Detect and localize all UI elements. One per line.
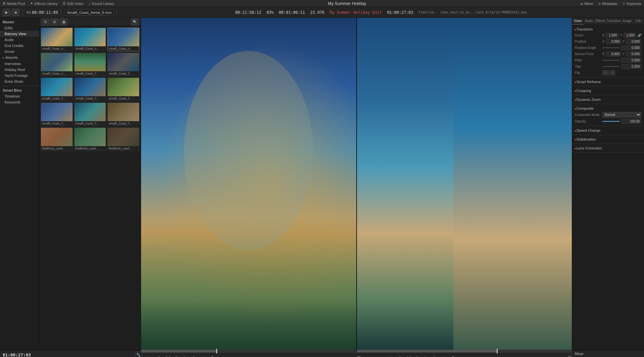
program-loop[interactable]: ↻ <box>450 355 457 357</box>
inspector-dynamic-zoom-title[interactable]: Dynamic Zoom <box>572 97 644 102</box>
program-safe-area-btn[interactable]: ⊡ <box>357 355 361 357</box>
flip-v-btn[interactable]: ↕ <box>610 70 615 75</box>
media-thumb-6[interactable]: Amalfi_Coast_T... <box>107 53 139 76</box>
inspector-tab-video[interactable]: Video <box>572 18 583 25</box>
sidebar-item-drone[interactable]: Drone <box>0 49 39 55</box>
media-thumb-10[interactable]: Amalfi_Coast_T... <box>41 102 73 126</box>
stop-btn[interactable]: ■ <box>12 9 20 16</box>
media-thumb-5[interactable]: Amalfi_Coast_T... <box>74 53 106 76</box>
inspector-cropping-title[interactable]: Cropping <box>572 88 644 94</box>
sidebar-item-keywords[interactable]: Keywords <box>0 99 39 105</box>
source-scrubber[interactable] <box>141 350 356 352</box>
edit-index-btn[interactable]: ☰ Edit Index <box>63 1 83 6</box>
view-list-btn[interactable]: ☰ <box>41 18 49 26</box>
yaw-value[interactable]: 0.000 <box>621 64 642 69</box>
source-play[interactable]: ▶ <box>182 355 189 357</box>
pitch-slider[interactable] <box>602 60 620 61</box>
anchor-x-value[interactable]: 0.000 <box>606 52 621 56</box>
zoom-y-value[interactable]: 1.000 <box>623 33 636 38</box>
rotation-value[interactable]: 0.000 <box>621 45 642 50</box>
opacity-slider[interactable] <box>602 121 620 122</box>
media-thumb-8[interactable]: Amalfi_Coast_T... <box>74 78 106 101</box>
sidebar-item-extra-shots[interactable]: Extra Shots <box>0 78 39 84</box>
media-thumb-9[interactable]: Amalfi_Coast_T... <box>107 78 139 101</box>
thumb-label-2: Amalfi_Coast_A... <box>74 46 106 51</box>
sidebar-item-edits[interactable]: Edits <box>0 25 39 31</box>
media-thumb-13[interactable]: RedRock_Land... <box>41 127 73 151</box>
metadata-btn[interactable]: ≡ Metadata <box>598 2 617 6</box>
rotation-slider[interactable] <box>602 47 620 48</box>
source-play-rev[interactable]: ◀◀ <box>163 355 171 357</box>
sidebar-item-airports[interactable]: Airports <box>0 55 39 61</box>
inspector-smart-reframe-title[interactable]: Smart Reframe <box>572 79 644 85</box>
inspector-tab-effects[interactable]: Effects <box>595 18 606 25</box>
sidebar-item-end-credits[interactable]: End Credits <box>0 43 39 49</box>
media-thumb-7[interactable]: Amalfi_Coast_T... <box>41 78 73 101</box>
program-scrubber[interactable] <box>357 350 572 352</box>
program-play[interactable]: ▶ <box>423 355 430 357</box>
inspector-tab-audio[interactable]: Audio <box>583 18 594 25</box>
media-thumb-14[interactable]: RedRock_Land... <box>74 127 106 151</box>
play-btn[interactable]: ▶ <box>3 9 10 16</box>
anchor-y-value[interactable]: 0.000 <box>626 52 641 56</box>
inspector-btn[interactable]: ⊹ Inspector <box>622 1 641 6</box>
inspector-tab-image[interactable]: Image <box>621 18 633 25</box>
program-stop[interactable]: ■ <box>413 355 421 357</box>
yaw-slider[interactable] <box>602 66 620 67</box>
program-goto-start[interactable]: ⏮ <box>386 355 393 357</box>
mixer-btn[interactable]: ⚌ Mixer <box>580 1 593 6</box>
source-next-frame[interactable]: ▶ <box>191 355 198 357</box>
search-btn[interactable]: 🔍 <box>131 18 139 26</box>
program-next-frame[interactable]: ▶ <box>432 355 439 357</box>
sidebar-master-title: Master <box>0 19 39 25</box>
opacity-label: Opacity <box>575 120 601 123</box>
view-large-btn[interactable]: ▦ <box>60 18 68 26</box>
program-prev-frame[interactable]: ◀ <box>395 355 402 357</box>
media-thumb-15[interactable]: RedRock_Land... <box>107 127 139 151</box>
program-play-rev[interactable]: ◀◀ <box>404 355 411 357</box>
media-thumb-11[interactable]: Amalfi_Coast_T... <box>74 102 106 126</box>
composite-mode-select[interactable]: Normal <box>602 112 641 118</box>
source-prev-frame[interactable]: ◀ <box>154 355 161 357</box>
media-pool-btn[interactable]: ⊞ Media Pool <box>3 1 25 6</box>
sidebar-item-holiday-reel[interactable]: Holiday Reel <box>0 67 39 73</box>
flip-label: Flip <box>575 71 601 75</box>
flip-h-btn[interactable]: ↔ <box>602 70 609 75</box>
sidebar-item-balcony-view[interactable]: Balcony View <box>0 31 39 37</box>
source-loop[interactable]: ↻ <box>209 355 217 357</box>
program-fullscreen-btn[interactable]: ⊞ <box>568 355 572 357</box>
pos-x-value[interactable]: 0.000 <box>606 39 621 44</box>
effects-library-btn[interactable]: ✦ Effects Library <box>30 1 57 6</box>
media-thumb-4[interactable]: Amalfi_Coast_A... <box>41 53 73 76</box>
sidebar-item-interviews[interactable]: Interviews <box>0 61 39 67</box>
media-thumb-12[interactable]: Amalfi_Coast_T... <box>107 102 139 126</box>
media-thumb-3[interactable]: Amalfi_Coast_A... <box>107 28 139 51</box>
pitch-value[interactable]: 0.000 <box>621 58 642 63</box>
source-stop[interactable]: ■ <box>173 355 180 357</box>
thumb-img-8 <box>74 78 106 96</box>
inspector-composite-title[interactable]: Composite <box>572 105 644 111</box>
inspector-tab-transition[interactable]: Transition <box>606 18 622 25</box>
thumb-img-12 <box>108 103 139 121</box>
source-monitor[interactable]: ◁ ⏮ ◀ ◀◀ ■ ▶ ▶ ⏭ ↻ ▷ <box>141 18 357 350</box>
view-grid-btn[interactable]: ⊞ <box>51 18 58 26</box>
media-thumb-2[interactable]: Amalfi_Coast_A... <box>74 28 106 51</box>
thumb-img-11 <box>74 103 106 121</box>
inspector-lens-correction-title[interactable]: Lens Correction <box>572 145 644 151</box>
opacity-value[interactable]: 100.00 <box>621 119 642 124</box>
pos-y-value[interactable]: 0.000 <box>626 39 641 44</box>
program-monitor[interactable]: ⊡ ⏮ ◀ ◀◀ ■ ▶ ▶ ⏭ ↻ ⊞ <box>357 18 572 350</box>
program-goto-end[interactable]: ⏭ <box>441 355 448 357</box>
inspector-speed-change-title[interactable]: Speed Change <box>572 127 644 133</box>
media-thumb-1[interactable]: Amalfi_Coast_A... <box>41 28 73 51</box>
sidebar-item-audio[interactable]: Audio <box>0 37 39 43</box>
inspector-transform-title[interactable]: Transform <box>572 26 644 32</box>
sidebar-item-yacht-footage[interactable]: Yacht Footage <box>0 73 39 78</box>
source-goto-start[interactable]: ⏮ <box>145 355 152 357</box>
inspector-tab-file[interactable]: File <box>633 18 644 25</box>
inspector-stabilization-title[interactable]: Stabilization <box>572 136 644 142</box>
source-goto-end[interactable]: ⏭ <box>200 355 207 357</box>
sidebar-item-timelines[interactable]: Timelines <box>0 93 39 99</box>
zoom-x-value[interactable]: 1.000 <box>606 33 619 38</box>
sound-library-btn[interactable]: ♪ Sound Library <box>89 2 114 6</box>
